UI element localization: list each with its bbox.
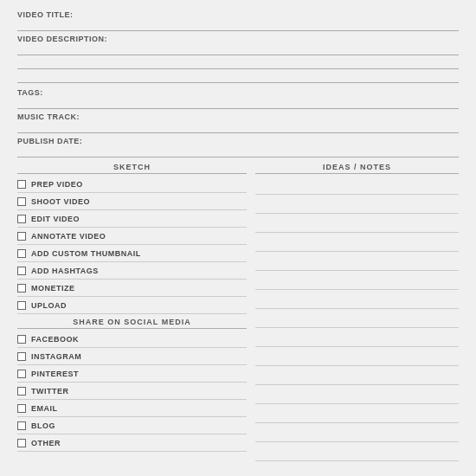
desc-line-1[interactable]	[17, 43, 459, 55]
checkbox-social-5[interactable]	[17, 421, 26, 430]
social-label-0: FACEBOOK	[31, 335, 79, 344]
right-column: IDEAS / NOTES	[255, 163, 459, 476]
notes-line-14[interactable]	[255, 444, 459, 461]
sketch-header: SKETCH	[17, 163, 247, 174]
tags-row: TAGS:	[17, 87, 459, 109]
notes-line-12[interactable]	[255, 406, 459, 423]
social-label-4: EMAIL	[31, 404, 58, 413]
sketch-label-6: MONETIZE	[31, 284, 75, 293]
video-description-row: VIDEO DESCRIPTION:	[17, 33, 459, 83]
checkbox-sketch-2[interactable]	[17, 215, 26, 223]
desc-line-2[interactable]	[17, 57, 459, 69]
sketch-item-3[interactable]: ANNOTATE VIDEO	[17, 229, 247, 245]
checkbox-sketch-6[interactable]	[17, 284, 26, 293]
checkbox-sketch-1[interactable]	[17, 197, 26, 206]
checkbox-social-1[interactable]	[17, 352, 26, 361]
notes-line-0[interactable]	[255, 177, 459, 195]
social-item-4[interactable]: EMAIL	[17, 402, 247, 417]
video-description-lines	[17, 43, 459, 83]
notes-line-15[interactable]	[255, 463, 459, 476]
sketch-item-0[interactable]: PREP VIDEO	[17, 177, 247, 193]
publish-date-label: PUBLISH DATE:	[17, 137, 82, 145]
sketch-label-4: ADD CUSTOM THUMBNAIL	[31, 249, 141, 258]
sketch-item-4[interactable]: ADD CUSTOM THUMBNAIL	[17, 247, 247, 262]
social-label-2: PINTEREST	[31, 370, 79, 378]
checkbox-sketch-5[interactable]	[17, 267, 26, 275]
social-item-2[interactable]: PINTEREST	[17, 367, 247, 383]
notes-line-6[interactable]	[255, 292, 459, 309]
notes-line-5[interactable]	[255, 273, 459, 290]
page: VIDEO TITLE: VIDEO DESCRIPTION: TAGS: MU…	[0, 0, 476, 476]
notes-line-3[interactable]	[255, 235, 459, 252]
social-item-6[interactable]: OTHER	[17, 436, 247, 452]
notes-line-2[interactable]	[255, 215, 459, 233]
video-title-row: VIDEO TITLE:	[17, 9, 459, 31]
sketch-label-0: PREP VIDEO	[31, 180, 83, 189]
checkbox-social-0[interactable]	[17, 335, 26, 344]
music-track-line[interactable]	[17, 121, 459, 133]
checkbox-sketch-0[interactable]	[17, 180, 26, 189]
social-item-5[interactable]: BLOG	[17, 419, 247, 434]
checkbox-sketch-3[interactable]	[17, 232, 26, 241]
social-label-3: TWITTER	[31, 387, 69, 396]
music-track-row: MUSIC TRACK:	[17, 111, 459, 133]
sketch-label-2: EDIT VIDEO	[31, 215, 80, 223]
sketch-item-5[interactable]: ADD HASHTAGS	[17, 264, 247, 280]
notes-line-7[interactable]	[255, 311, 459, 328]
desc-line-3[interactable]	[17, 71, 459, 83]
sketch-checklist: PREP VIDEO SHOOT VIDEO EDIT VIDEO ANNOTA…	[17, 177, 247, 314]
checkbox-social-6[interactable]	[17, 439, 26, 447]
tags-label: TAGS:	[17, 88, 43, 97]
tags-line[interactable]	[17, 97, 459, 109]
video-title-label: VIDEO TITLE:	[17, 10, 74, 19]
sketch-item-1[interactable]: SHOOT VIDEO	[17, 195, 247, 210]
social-item-0[interactable]: FACEBOOK	[17, 332, 247, 348]
two-col-section: SKETCH PREP VIDEO SHOOT VIDEO EDIT VIDEO…	[17, 163, 459, 476]
social-label-1: INSTAGRAM	[31, 352, 81, 361]
sketch-label-3: ANNOTATE VIDEO	[31, 232, 106, 241]
social-checklist: FACEBOOK INSTAGRAM PINTEREST TWITTER EMA…	[17, 332, 247, 452]
social-item-3[interactable]: TWITTER	[17, 384, 247, 400]
checkbox-social-4[interactable]	[17, 404, 26, 413]
sketch-item-2[interactable]: EDIT VIDEO	[17, 212, 247, 228]
notes-header: IDEAS / NOTES	[255, 163, 459, 174]
social-media-header: SHARE ON SOCIAL MEDIA	[17, 318, 247, 329]
social-label-5: BLOG	[31, 421, 55, 430]
sketch-item-7[interactable]: UPLOAD	[17, 299, 247, 314]
notes-line-10[interactable]	[255, 368, 459, 385]
video-description-label: VIDEO DESCRIPTION:	[17, 35, 107, 43]
notes-lines	[255, 177, 459, 476]
sketch-label-5: ADD HASHTAGS	[31, 267, 99, 275]
notes-line-13[interactable]	[255, 425, 459, 442]
checkbox-social-3[interactable]	[17, 387, 26, 396]
left-column: SKETCH PREP VIDEO SHOOT VIDEO EDIT VIDEO…	[17, 163, 247, 476]
notes-line-8[interactable]	[255, 330, 459, 347]
notes-line-9[interactable]	[255, 349, 459, 366]
sketch-label-1: SHOOT VIDEO	[31, 197, 90, 206]
checkbox-sketch-7[interactable]	[17, 301, 26, 310]
social-item-1[interactable]: INSTAGRAM	[17, 350, 247, 365]
social-label-6: OTHER	[31, 439, 61, 447]
checkbox-sketch-4[interactable]	[17, 249, 26, 258]
notes-line-4[interactable]	[255, 254, 459, 271]
music-track-label: MUSIC TRACK:	[17, 113, 80, 121]
checkbox-social-2[interactable]	[17, 370, 26, 378]
notes-line-1[interactable]	[255, 196, 459, 214]
video-title-line[interactable]	[17, 19, 459, 31]
publish-date-line[interactable]	[17, 145, 459, 158]
notes-line-11[interactable]	[255, 387, 459, 404]
sketch-label-7: UPLOAD	[31, 301, 67, 310]
publish-date-row: PUBLISH DATE:	[17, 135, 459, 158]
sketch-item-6[interactable]: MONETIZE	[17, 281, 247, 297]
